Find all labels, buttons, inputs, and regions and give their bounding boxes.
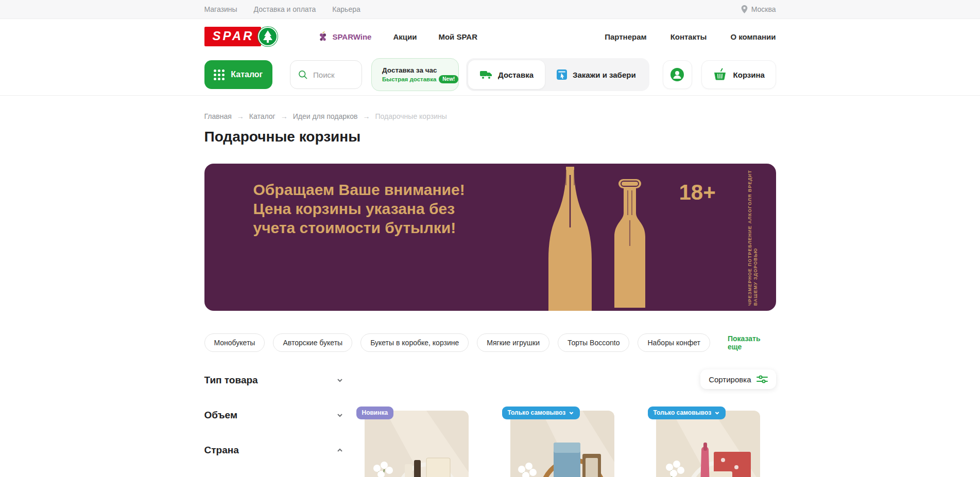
- click-collect-icon: [556, 69, 568, 80]
- cart-button[interactable]: Корзина: [701, 60, 776, 89]
- chevron-down-icon: [336, 412, 343, 419]
- chip-author-bouquets[interactable]: Авторские букеты: [273, 333, 352, 352]
- spar-tree-icon: [258, 27, 278, 46]
- tab-delivery-label: Доставка: [498, 70, 534, 79]
- page: Магазины Доставка и оплата Карьера Москв…: [0, 0, 980, 477]
- spar-logo-text: SPAR: [204, 27, 262, 46]
- city-selector[interactable]: Москва: [741, 5, 776, 14]
- sort-button-label: Сортировка: [709, 375, 751, 384]
- search-input[interactable]: [313, 70, 354, 79]
- delivery-mode-switch: Доставка Закажи и забери: [466, 58, 649, 91]
- product-badge-pickup-only[interactable]: Только самовывоз: [648, 407, 726, 419]
- show-more-link[interactable]: Показать еще: [728, 334, 776, 351]
- product-image[interactable]: [365, 411, 469, 477]
- nav-contacts[interactable]: Контакты: [670, 32, 707, 41]
- hour-delivery-title: Доставка за час: [382, 66, 458, 74]
- chip-plush-toys[interactable]: Мягкие игрушки: [477, 333, 549, 352]
- topbar-link-delivery-payment[interactable]: Доставка и оплата: [254, 5, 316, 13]
- grapes-icon: [318, 31, 328, 42]
- city-name: Москва: [751, 5, 776, 13]
- filter-group-volume[interactable]: Объем: [204, 410, 343, 421]
- chip-candy-sets[interactable]: Наборы конфет: [638, 333, 710, 352]
- new-badge: New!: [439, 75, 458, 83]
- product-grid: Новинка: [343, 411, 776, 477]
- tab-delivery[interactable]: Доставка: [468, 60, 545, 89]
- header-nav: SPARWine Акции Мой SPAR: [318, 31, 477, 42]
- chip-bocconto-cakes[interactable]: Торты Bocconto: [558, 333, 629, 352]
- filters-sidebar: Тип товара Объем Страна Россия (4): [204, 366, 343, 477]
- filter-label: Объем: [204, 410, 238, 421]
- filter-label: Тип товара: [204, 375, 258, 386]
- nav-sparwine[interactable]: SPARWine: [318, 31, 371, 42]
- nav-my-spar[interactable]: Мой SPAR: [438, 32, 477, 41]
- product-image[interactable]: [510, 411, 614, 477]
- nav-promos[interactable]: Акции: [393, 32, 417, 41]
- breadcrumb-separator: →: [363, 112, 370, 120]
- search-box[interactable]: [290, 60, 362, 89]
- nav-partners[interactable]: Партнерам: [605, 32, 646, 41]
- sort-button[interactable]: Сортировка: [700, 369, 776, 389]
- banner-text: Обращаем Ваше внимание! Цена корзины ука…: [253, 180, 465, 237]
- alcohol-warning-text: ЧРЕЗМЕРНОЕ ПОТРЕБЛЕНИЕ АЛКОГОЛЯ ВРЕДИТ В…: [747, 169, 759, 306]
- location-pin-icon: [741, 5, 748, 14]
- main-content: Главная → Каталог → Идеи для подарков → …: [204, 96, 776, 477]
- breadcrumb-home[interactable]: Главная: [204, 112, 232, 120]
- age-badge: 18+: [679, 180, 716, 205]
- chevron-up-icon: [336, 447, 343, 454]
- chip-box-bouquets[interactable]: Букеты в коробке, корзине: [360, 333, 469, 352]
- products-section: Сортировка Новинка: [343, 366, 776, 477]
- product-badge-new: Новинка: [356, 407, 394, 419]
- filter-group-product-type[interactable]: Тип товара: [204, 375, 343, 386]
- topbar-link-stores[interactable]: Магазины: [204, 5, 237, 13]
- chevron-down-icon: [336, 377, 343, 384]
- topbar-link-career[interactable]: Карьера: [332, 5, 360, 13]
- nav-about[interactable]: О компании: [730, 32, 776, 41]
- breadcrumb-current: Подарочные корзины: [375, 112, 447, 120]
- age-warning-banner: Обращаем Ваше внимание! Цена корзины ука…: [204, 164, 776, 311]
- chevron-down-icon: [714, 410, 720, 416]
- breadcrumb-gift-ideas[interactable]: Идеи для подарков: [293, 112, 358, 120]
- filter-group-country[interactable]: Страна: [204, 445, 343, 456]
- hour-delivery-card[interactable]: Доставка за час Быстрая доставка New!: [371, 58, 459, 91]
- header-right-nav: Партнерам Контакты О компании: [605, 32, 776, 41]
- catalog-button-label: Каталог: [231, 70, 263, 79]
- breadcrumb: Главная → Каталог → Идеи для подарков → …: [204, 112, 776, 120]
- search-icon: [298, 68, 308, 81]
- product-card[interactable]: Новинка: [365, 411, 469, 477]
- filter-label: Страна: [204, 445, 239, 456]
- grid-dots-icon: [214, 69, 225, 80]
- cart-button-label: Корзина: [733, 70, 765, 79]
- chip-monobouquets[interactable]: Монобукеты: [204, 333, 265, 352]
- tab-pickup-label: Закажи и забери: [573, 70, 636, 79]
- wine-bottle-icon: [544, 167, 596, 311]
- breadcrumb-separator: →: [281, 112, 288, 120]
- tab-pickup[interactable]: Закажи и забери: [545, 60, 647, 89]
- wine-bottle-icon: [605, 179, 655, 308]
- spar-logo[interactable]: SPAR: [204, 27, 278, 46]
- nav-sparwine-label: SPARWine: [332, 32, 371, 41]
- action-bar: Каталог: [0, 54, 980, 96]
- basket-icon: [713, 68, 727, 81]
- hour-delivery-subtitle: Быстрая доставка: [382, 76, 436, 82]
- account-button[interactable]: [663, 60, 692, 89]
- page-title: Подарочные корзины: [204, 129, 776, 145]
- breadcrumb-separator: →: [237, 112, 244, 120]
- catalog-button[interactable]: Каталог: [204, 60, 273, 89]
- product-card[interactable]: Только самовывоз: [656, 411, 760, 477]
- content-row: Тип товара Объем Страна Россия (4): [204, 366, 776, 477]
- truck-icon: [479, 69, 493, 80]
- product-image[interactable]: [656, 411, 760, 477]
- sliders-icon: [757, 375, 768, 384]
- product-card[interactable]: Только самовывоз: [510, 411, 614, 477]
- topbar: Магазины Доставка и оплата Карьера Москв…: [0, 0, 980, 19]
- chevron-down-icon: [569, 410, 574, 416]
- category-chips: Монобукеты Авторские букеты Букеты в кор…: [204, 333, 776, 352]
- product-badge-pickup-only[interactable]: Только самовывоз: [502, 407, 580, 419]
- header: SPAR SPARWine Акции: [0, 19, 980, 96]
- user-icon: [669, 67, 685, 82]
- breadcrumb-catalog[interactable]: Каталог: [249, 112, 276, 120]
